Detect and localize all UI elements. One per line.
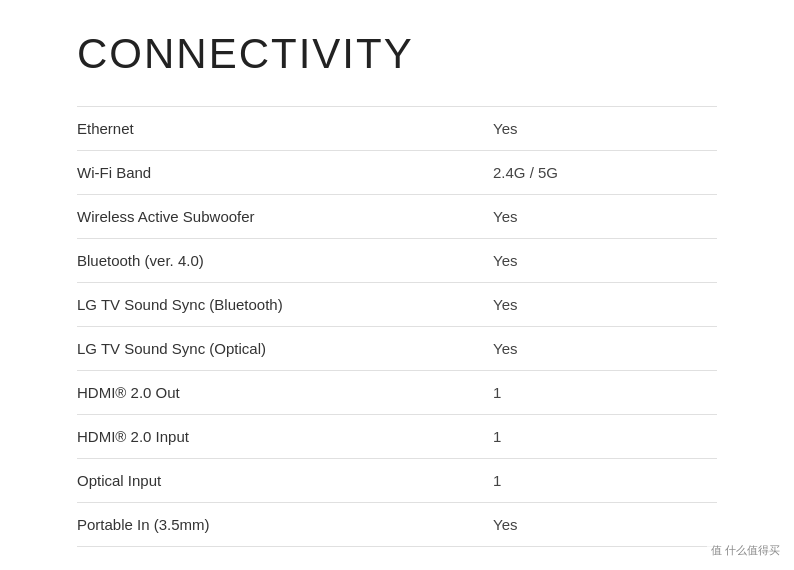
section-title: CONNECTIVITY bbox=[77, 30, 717, 78]
spec-label: Wireless Active Subwoofer bbox=[77, 195, 493, 239]
table-row: EthernetYes bbox=[77, 107, 717, 151]
spec-label: HDMI® 2.0 Input bbox=[77, 415, 493, 459]
spec-value: 1 bbox=[493, 459, 717, 503]
spec-label: HDMI® 2.0 Out bbox=[77, 371, 493, 415]
spec-value: Yes bbox=[493, 195, 717, 239]
spec-label: Ethernet bbox=[77, 107, 493, 151]
spec-value: Yes bbox=[493, 327, 717, 371]
spec-label: LG TV Sound Sync (Optical) bbox=[77, 327, 493, 371]
watermark: 值 什么值得买 bbox=[707, 541, 784, 560]
spec-value: Yes bbox=[493, 503, 717, 547]
table-row: LG TV Sound Sync (Bluetooth)Yes bbox=[77, 283, 717, 327]
main-container: CONNECTIVITY EthernetYesWi-Fi Band2.4G /… bbox=[0, 0, 794, 570]
table-row: Bluetooth (ver. 4.0)Yes bbox=[77, 239, 717, 283]
spec-value: Yes bbox=[493, 239, 717, 283]
table-row: LG TV Sound Sync (Optical)Yes bbox=[77, 327, 717, 371]
spec-value: 1 bbox=[493, 415, 717, 459]
table-row: Wi-Fi Band2.4G / 5G bbox=[77, 151, 717, 195]
spec-label: Bluetooth (ver. 4.0) bbox=[77, 239, 493, 283]
spec-label: Wi-Fi Band bbox=[77, 151, 493, 195]
table-row: Portable In (3.5mm)Yes bbox=[77, 503, 717, 547]
table-row: HDMI® 2.0 Input1 bbox=[77, 415, 717, 459]
table-row: Wireless Active SubwooferYes bbox=[77, 195, 717, 239]
specs-table: EthernetYesWi-Fi Band2.4G / 5GWireless A… bbox=[77, 106, 717, 547]
spec-label: Portable In (3.5mm) bbox=[77, 503, 493, 547]
spec-label: LG TV Sound Sync (Bluetooth) bbox=[77, 283, 493, 327]
table-row: HDMI® 2.0 Out1 bbox=[77, 371, 717, 415]
table-row: Optical Input1 bbox=[77, 459, 717, 503]
spec-value: Yes bbox=[493, 107, 717, 151]
spec-value: 2.4G / 5G bbox=[493, 151, 717, 195]
spec-value: Yes bbox=[493, 283, 717, 327]
spec-label: Optical Input bbox=[77, 459, 493, 503]
spec-value: 1 bbox=[493, 371, 717, 415]
